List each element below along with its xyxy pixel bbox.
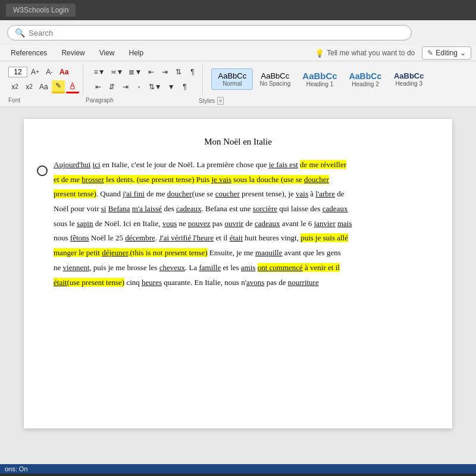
- lightbulb-icon: 💡: [315, 49, 324, 58]
- doc-line-2: et de me brosser les dents. (use present…: [54, 173, 422, 187]
- font-size-input[interactable]: [8, 67, 27, 77]
- font-color-button[interactable]: A: [66, 80, 79, 93]
- style-heading3[interactable]: AaBbCc Heading 3: [388, 68, 430, 90]
- style-heading1[interactable]: AaBbCc Heading 1: [297, 68, 342, 90]
- doc-line-8: ne viennent, puis je me brosse les cheve…: [54, 261, 422, 275]
- browser-tab[interactable]: W3Schools Login: [6, 4, 76, 17]
- numbering-button[interactable]: ≍▼: [108, 65, 126, 79]
- status-text: ons: On: [5, 465, 28, 472]
- style-normal-label: AaBbCc: [218, 71, 247, 80]
- sort-button[interactable]: ⇅: [172, 65, 185, 79]
- font-group: A+ A- Aa x2 x2 Aa ✎ A: [5, 64, 83, 95]
- style-h2-sublabel: Heading 2: [352, 81, 379, 87]
- styles-expand-icon[interactable]: ▿: [217, 97, 224, 105]
- doc-line-5: sous le sapin de Noël. Ici en Italie, vo…: [54, 217, 422, 231]
- doc-line-7: manger le petit déjeuner.(this is not pr…: [54, 246, 422, 261]
- align-center-button[interactable]: ⇵: [105, 80, 118, 93]
- doc-area: Mon Noël en Italie Aujourd'hui ici en It…: [0, 107, 476, 464]
- subscript-button[interactable]: x2: [8, 80, 21, 93]
- style-no-spacing[interactable]: AaBbCc No Spacing: [254, 68, 296, 90]
- style-nospace-sublabel: No Spacing: [260, 80, 291, 87]
- doc-line-4: Noël pour voir si Befana m'a laissé des …: [54, 202, 422, 217]
- style-h3-sublabel: Heading 3: [395, 80, 422, 87]
- font-group-label: Font: [5, 97, 82, 105]
- cursor-circle: [37, 165, 48, 176]
- paragraph-group-label: Paragraph: [82, 97, 195, 105]
- style-h1-label: AaBbCc: [302, 71, 337, 81]
- status-bar: ons: On: [0, 464, 476, 474]
- doc-title: Mon Noël en Italie: [54, 137, 422, 147]
- search-input[interactable]: [29, 29, 404, 37]
- tab-view[interactable]: View: [93, 45, 121, 61]
- style-h2-label: AaBbCc: [349, 71, 381, 81]
- pencil-icon: ✎: [427, 49, 433, 57]
- doc-page[interactable]: Mon Noël en Italie Aujourd'hui ici en It…: [24, 119, 452, 428]
- doc-line-1: Aujourd'hui ici en Italie, c'est le jour…: [54, 158, 422, 173]
- style-h1-sublabel: Heading 1: [306, 81, 334, 87]
- ribbon: References Review View Help 💡 Tell me wh…: [0, 45, 476, 107]
- show-formatting-button[interactable]: ¶: [186, 65, 199, 79]
- editing-label: Editing: [436, 49, 458, 57]
- bullets-button[interactable]: ≡▼: [92, 65, 108, 79]
- increase-indent-button[interactable]: ⇥: [158, 65, 171, 79]
- tell-me-bar: 💡 Tell me what you want to do: [310, 46, 419, 60]
- style-nospace-label: AaBbCc: [261, 71, 290, 80]
- paragraph-group: ≡▼ ≍▼ ≣▼ ⇤ ⇥ ⇅ ¶ ⇤ ⇵ ⇥ ▫ ⇅▼ ▼ ¶: [88, 64, 203, 95]
- multilevel-button[interactable]: ≣▼: [126, 65, 144, 79]
- tab-references[interactable]: References: [5, 45, 53, 61]
- ribbon-tabs: References Review View Help 💡 Tell me wh…: [0, 45, 476, 61]
- style-heading2[interactable]: AaBbCc Heading 2: [344, 68, 387, 90]
- shading-button[interactable]: ▼: [165, 80, 178, 93]
- font-case-button[interactable]: Aa: [57, 65, 71, 79]
- style-h3-label: AaBbCc: [394, 71, 424, 80]
- doc-line-3: present tense). Quand j'ai fini de me do…: [54, 187, 422, 202]
- doc-line-9: était(use present tense) cinq heures qua…: [54, 275, 422, 290]
- style-normal[interactable]: AaBbCc Normal: [211, 68, 253, 90]
- align-right-button[interactable]: ⇥: [119, 80, 132, 93]
- styles-group: AaBbCc Normal AaBbCc No Spacing AaBbCc H…: [208, 64, 433, 95]
- tab-review[interactable]: Review: [55, 45, 90, 61]
- chevron-down-icon: ⌄: [460, 49, 466, 57]
- editing-button[interactable]: ✎ Editing ⌄: [422, 46, 471, 60]
- tell-me-text: Tell me what you want to do: [327, 49, 415, 57]
- doc-line-6: nous fêtons Noël le 25 décembre. J'ai vé…: [54, 231, 422, 246]
- tab-help[interactable]: Help: [123, 45, 150, 61]
- font-shrink-button[interactable]: A-: [43, 65, 56, 79]
- line-spacing-button[interactable]: ⇅▼: [146, 80, 164, 93]
- ribbon-toolbar: A+ A- Aa x2 x2 Aa ✎ A ≡▼ ≍▼ ≣▼: [0, 61, 476, 97]
- styles-group-label: Styles: [199, 98, 215, 104]
- superscript-button[interactable]: x2: [23, 80, 36, 93]
- search-bar-row: 🔍: [0, 20, 476, 45]
- highlight-button[interactable]: ✎: [52, 80, 65, 93]
- style-normal-sublabel: Normal: [223, 80, 242, 87]
- doc-body[interactable]: Aujourd'hui ici en Italie, c'est le jour…: [54, 158, 422, 290]
- font-aa-button[interactable]: Aa: [37, 80, 51, 93]
- ribbon-group-labels: Font Paragraph Styles ▿: [0, 97, 476, 107]
- search-icon: 🔍: [15, 28, 25, 37]
- justify-button[interactable]: ▫: [133, 80, 146, 93]
- decrease-indent-button[interactable]: ⇤: [145, 65, 158, 79]
- font-grow-button[interactable]: A+: [29, 65, 42, 79]
- paragraph-mark-button[interactable]: ¶: [178, 80, 192, 93]
- align-left-button[interactable]: ⇤: [92, 80, 105, 93]
- search-box: 🔍: [7, 25, 412, 40]
- browser-bar: W3Schools Login: [0, 0, 476, 20]
